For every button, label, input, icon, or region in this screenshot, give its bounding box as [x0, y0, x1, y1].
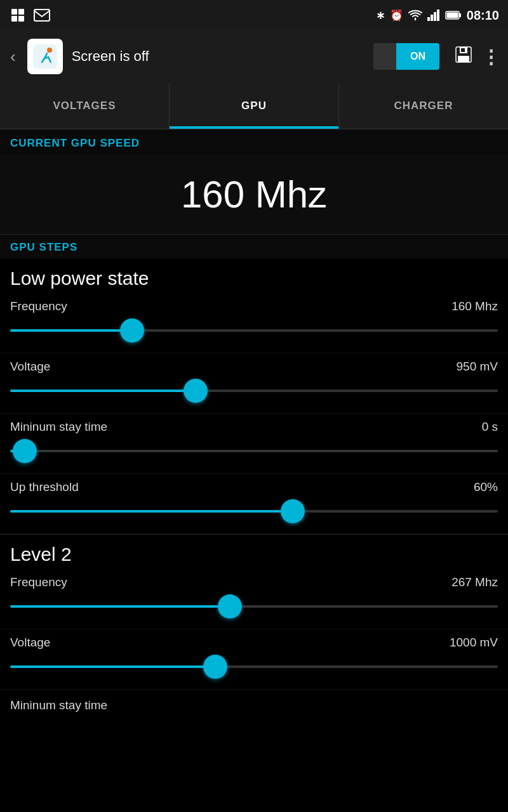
gmail-icon [33, 6, 51, 24]
svg-rect-10 [459, 13, 461, 17]
current-speed-value: 160 Mhz [181, 173, 327, 216]
toggle-switch[interactable]: ON [373, 43, 439, 70]
slider-thumb[interactable] [203, 655, 227, 679]
slider-track [10, 510, 498, 513]
status-bar: ∗ ⏰ 08:10 [0, 0, 508, 30]
svg-point-13 [47, 48, 52, 53]
low-power-frequency-label: Frequency [10, 299, 67, 313]
battery-icon [445, 10, 462, 20]
current-speed-display: 160 Mhz [0, 155, 508, 234]
alarm-icon: ⏰ [390, 9, 403, 22]
level2-frequency-label: Frequency [10, 575, 67, 589]
slider-fill [10, 605, 230, 608]
low-power-min-stay-label: Mininum stay time [10, 420, 107, 434]
signal-icon [427, 10, 440, 21]
svg-rect-8 [437, 10, 439, 21]
low-power-up-threshold-row: Up threshold 60% [0, 474, 508, 534]
level2-voltage-slider[interactable] [10, 656, 498, 678]
toggle-on-label[interactable]: ON [396, 43, 439, 70]
slider-fill [10, 329, 132, 332]
slider-track [10, 450, 498, 452]
status-right-icons: ∗ ⏰ 08:10 [376, 8, 499, 23]
svg-rect-17 [461, 48, 465, 52]
slider-thumb[interactable] [120, 318, 144, 343]
level2-label: Level 2 [0, 535, 508, 569]
svg-rect-4 [34, 10, 50, 21]
svg-rect-6 [431, 15, 433, 21]
low-power-min-stay-slider[interactable] [10, 440, 498, 462]
slider-fill [10, 510, 293, 513]
svg-rect-5 [427, 17, 430, 21]
low-power-frequency-row: Frequency 160 Mhz [0, 293, 508, 353]
svg-rect-3 [18, 16, 24, 22]
svg-rect-16 [458, 56, 469, 62]
toggle-off-label[interactable] [373, 43, 396, 70]
level2-min-stay-label-row: Mininum stay time [0, 690, 508, 717]
slider-fill [10, 390, 196, 392]
more-options-button[interactable]: ⋮ [481, 46, 500, 68]
level2-frequency-slider[interactable] [10, 596, 498, 617]
slider-thumb[interactable] [281, 499, 305, 523]
low-power-up-threshold-slider[interactable] [10, 501, 498, 522]
tab-voltages[interactable]: VOLTAGES [0, 82, 170, 129]
low-power-frequency-value: 160 Mhz [451, 299, 498, 313]
tab-gpu[interactable]: GPU [170, 82, 339, 129]
svg-rect-7 [434, 12, 436, 21]
level2-voltage-row: Voltage 1000 mV [0, 629, 508, 690]
low-power-voltage-row: Voltage 950 mV [0, 353, 508, 414]
app-bar: ‹ Screen is off ON ⋮ [0, 30, 508, 82]
app-bar-actions: ⋮ [455, 46, 500, 68]
svg-rect-11 [446, 13, 458, 18]
low-power-frequency-slider[interactable] [10, 320, 498, 341]
low-power-voltage-slider[interactable] [10, 380, 498, 402]
low-power-up-threshold-label: Up threshold [10, 480, 79, 494]
slider-thumb[interactable] [184, 379, 208, 403]
slider-track [10, 329, 498, 332]
level2-voltage-value: 1000 mV [450, 636, 498, 650]
svg-rect-2 [11, 16, 17, 22]
slider-track [10, 605, 498, 608]
slider-thumb[interactable] [13, 439, 37, 463]
status-time: 08:10 [467, 8, 499, 23]
bluetooth-icon: ∗ [376, 9, 385, 22]
tabs: VOLTAGES GPU CHARGER [0, 82, 508, 129]
low-power-voltage-label: Voltage [10, 360, 50, 374]
tab-active-indicator [170, 126, 338, 129]
low-power-up-threshold-value: 60% [474, 480, 498, 494]
content-area: CURRENT GPU SPEED 160 Mhz GPU STEPS Low … [0, 129, 508, 717]
gallery-icon [9, 6, 27, 24]
svg-rect-0 [11, 9, 17, 15]
low-power-min-stay-value: 0 s [482, 420, 498, 434]
gpu-steps-header: GPU STEPS [0, 235, 508, 259]
svg-rect-1 [18, 9, 24, 15]
wifi-icon [408, 10, 422, 21]
nav-back-icon[interactable]: ‹ [8, 44, 18, 69]
low-power-state-label: Low power state [0, 259, 508, 293]
current-gpu-header: CURRENT GPU SPEED [0, 129, 508, 155]
level2-frequency-row: Frequency 267 Mhz [0, 569, 508, 629]
level2-voltage-label: Voltage [10, 636, 50, 650]
level2-min-stay-label: Mininum stay time [10, 698, 107, 712]
slider-thumb[interactable] [218, 594, 242, 619]
tab-charger[interactable]: CHARGER [339, 82, 508, 129]
slider-track [10, 390, 498, 392]
slider-track [10, 665, 498, 668]
app-title: Screen is off [72, 48, 364, 65]
app-logo [27, 39, 63, 74]
status-left-icons [9, 6, 51, 24]
low-power-min-stay-row: Mininum stay time 0 s [0, 414, 508, 474]
level2-frequency-value: 267 Mhz [451, 575, 498, 589]
low-power-voltage-value: 950 mV [457, 360, 498, 374]
slider-fill [10, 665, 215, 668]
save-button[interactable] [455, 46, 472, 68]
